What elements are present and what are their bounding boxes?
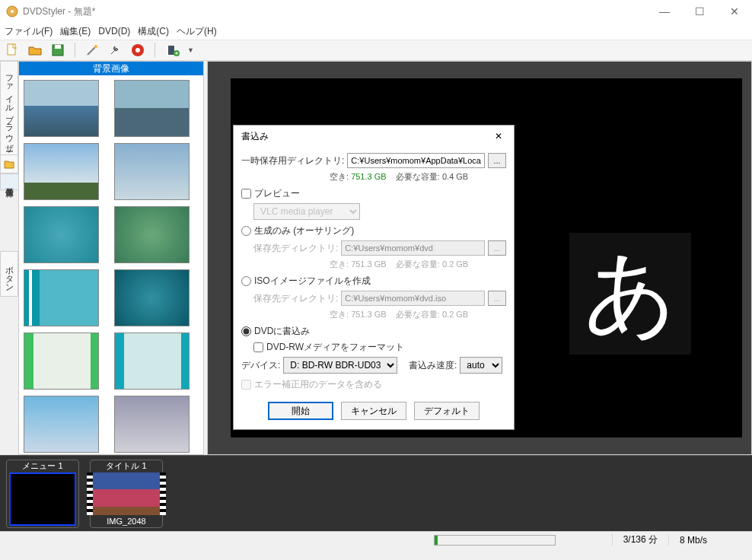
free-label: 空き: bbox=[330, 259, 349, 269]
device-label: デバイス: bbox=[241, 359, 280, 372]
menubar: ファイル(F) 編集(E) DVD(D) 構成(C) ヘルプ(H) bbox=[0, 23, 752, 40]
new-icon[interactable] bbox=[5, 43, 20, 58]
ecc-checkbox bbox=[241, 380, 251, 390]
need-label: 必要な容量: bbox=[396, 310, 440, 319]
folder-icon[interactable] bbox=[0, 155, 18, 173]
svg-rect-9 bbox=[167, 46, 168, 55]
svg-point-1 bbox=[11, 10, 14, 13]
browse-button[interactable]: ... bbox=[488, 153, 506, 168]
tab-buttons[interactable]: ボタン bbox=[0, 251, 18, 297]
panel-header: 背景画像 bbox=[19, 62, 203, 75]
temp-dir-input[interactable] bbox=[347, 153, 485, 168]
open-icon[interactable] bbox=[27, 43, 43, 58]
svg-rect-4 bbox=[55, 45, 61, 49]
format-checkbox[interactable] bbox=[253, 342, 263, 352]
dropdown-arrow-icon[interactable]: ▼ bbox=[187, 46, 194, 54]
generate-label: 生成のみ (オーサリング) bbox=[254, 224, 354, 237]
preview-checkbox[interactable] bbox=[241, 189, 251, 199]
generate-radio[interactable] bbox=[241, 226, 251, 236]
iso-dir-label: 保存先ディレクトリ: bbox=[253, 292, 338, 305]
browse-button: ... bbox=[488, 291, 506, 306]
speed-label: 書込み速度: bbox=[409, 359, 457, 372]
bg-thumb[interactable] bbox=[24, 143, 99, 200]
add-clip-icon[interactable] bbox=[164, 43, 180, 58]
menu-file[interactable]: ファイル(F) bbox=[5, 25, 53, 38]
burn-dialog: 書込み ✕ 一時保存用ディレクトリ: ... 空き: 751.3 GB 必要な容… bbox=[233, 125, 515, 430]
device-select[interactable]: D: BD-RW BDR-UD03 bbox=[283, 357, 397, 374]
bg-thumb[interactable] bbox=[24, 332, 99, 390]
free-value: 751.3 GB bbox=[351, 172, 386, 181]
backgrounds-panel: 背景画像 bbox=[18, 61, 204, 455]
dialog-close-button[interactable]: ✕ bbox=[491, 129, 506, 144]
player-select: VLC media player bbox=[253, 203, 360, 220]
need-label: 必要な容量: bbox=[396, 259, 440, 269]
maximize-button[interactable]: ☐ bbox=[682, 0, 717, 23]
free-label: 空き: bbox=[330, 172, 349, 181]
burn-icon[interactable] bbox=[130, 43, 145, 58]
timeline-thumb[interactable] bbox=[93, 473, 160, 515]
tab-file-browser[interactable]: ファイルブラウザー bbox=[0, 61, 18, 155]
timeline[interactable]: メニュー 1 タイトル 1 IMG_2048 bbox=[0, 455, 752, 531]
burn-radio[interactable] bbox=[241, 326, 251, 336]
bg-thumb[interactable] bbox=[114, 396, 190, 453]
bg-thumb[interactable] bbox=[24, 269, 99, 326]
free-value: 751.3 GB bbox=[351, 310, 386, 319]
timeline-sublabel: IMG_2048 bbox=[107, 517, 145, 527]
speed-select[interactable]: auto bbox=[460, 357, 502, 374]
window-titlebar: DVDStyler - 無題* — ☐ ✕ bbox=[0, 0, 752, 23]
ime-indicator: あ bbox=[569, 233, 691, 355]
minimize-button[interactable]: — bbox=[647, 0, 682, 23]
iso-dir-input bbox=[341, 291, 485, 306]
free-value: 751.3 GB bbox=[351, 259, 386, 269]
iso-radio[interactable] bbox=[241, 276, 251, 286]
timeline-label: タイトル 1 bbox=[106, 460, 146, 471]
close-button[interactable]: ✕ bbox=[717, 0, 752, 23]
bg-thumb[interactable] bbox=[24, 206, 99, 263]
start-button[interactable]: 開始 bbox=[268, 402, 333, 420]
browse-button: ... bbox=[488, 240, 506, 256]
bg-thumb[interactable] bbox=[114, 332, 190, 390]
timeline-label: メニュー 1 bbox=[22, 460, 62, 471]
free-label: 空き: bbox=[330, 310, 349, 319]
bg-thumb[interactable] bbox=[24, 80, 99, 137]
cancel-button[interactable]: キャンセル bbox=[341, 402, 406, 420]
svg-point-7 bbox=[135, 48, 140, 52]
timeline-menu-item[interactable]: メニュー 1 bbox=[6, 460, 79, 528]
tools-icon[interactable] bbox=[107, 43, 123, 58]
progress-bar bbox=[434, 535, 556, 546]
bg-thumb[interactable] bbox=[114, 143, 190, 200]
menu-help[interactable]: ヘルプ(H) bbox=[177, 25, 217, 38]
wand-icon[interactable] bbox=[84, 43, 100, 58]
preview-label: プレビュー bbox=[254, 187, 300, 200]
need-value: 0.4 GB bbox=[442, 172, 468, 181]
iso-label: ISOイメージファイルを作成 bbox=[254, 275, 371, 288]
bg-thumb[interactable] bbox=[114, 80, 190, 137]
time-cell: 3/136 分 bbox=[612, 533, 668, 546]
bg-thumb[interactable] bbox=[114, 206, 190, 263]
need-value: 0.2 GB bbox=[442, 310, 468, 319]
svg-point-5 bbox=[94, 45, 97, 48]
format-label: DVD-RWメディアをフォーマット bbox=[266, 341, 404, 354]
window-title: DVDStyler - 無題* bbox=[23, 5, 95, 18]
ecc-label: エラー補正用のデータを含める bbox=[254, 378, 382, 391]
menu-edit[interactable]: 編集(E) bbox=[60, 25, 91, 38]
menu-dvd[interactable]: DVD(D) bbox=[98, 26, 130, 37]
timeline-thumb[interactable] bbox=[9, 473, 76, 526]
bg-thumb[interactable] bbox=[24, 396, 99, 453]
temp-dir-label: 一時保存用ディレクトリ: bbox=[241, 154, 344, 167]
bg-thumb[interactable] bbox=[114, 269, 190, 326]
dialog-title: 書込み bbox=[241, 130, 269, 143]
app-icon bbox=[6, 5, 18, 18]
menu-config[interactable]: 構成(C) bbox=[138, 25, 169, 38]
timeline-title-item[interactable]: タイトル 1 IMG_2048 bbox=[90, 460, 163, 528]
default-button[interactable]: デフォルト bbox=[414, 402, 480, 420]
gen-dir-label: 保存先ディレクトリ: bbox=[253, 242, 338, 255]
tab-backgrounds[interactable]: 背景画像 bbox=[0, 173, 18, 190]
need-value: 0.2 GB bbox=[442, 259, 468, 269]
statusbar: 3/136 分 8 Mb/s bbox=[0, 531, 752, 548]
burn-label: DVDに書込み bbox=[254, 325, 310, 338]
svg-rect-2 bbox=[8, 44, 15, 55]
rate-cell: 8 Mb/s bbox=[668, 535, 752, 546]
save-icon[interactable] bbox=[50, 43, 65, 58]
gen-dir-input bbox=[341, 240, 485, 256]
